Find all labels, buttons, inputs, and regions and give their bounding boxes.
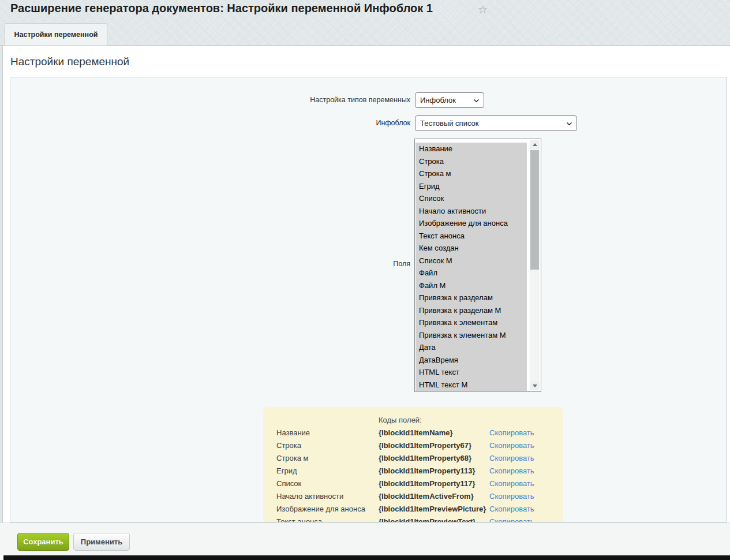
fields-listbox[interactable]: Название Строка Строка м Егрид Список На…: [414, 139, 541, 392]
list-item[interactable]: Егрид: [415, 180, 527, 193]
list-item[interactable]: Название: [415, 143, 527, 155]
fields-listbox-items: Название Строка Строка м Егрид Список На…: [415, 143, 527, 391]
page-title: Расширение генератора документов: Настро…: [10, 2, 433, 15]
header-band: Расширение генератора документов: Настро…: [0, 0, 730, 46]
list-item[interactable]: Привязка к элементам: [415, 316, 527, 329]
code-field-name: Список: [276, 477, 301, 490]
code-field-name: Текст анонса: [276, 516, 322, 522]
code-field-name: Название: [276, 427, 310, 439]
apply-button[interactable]: Применить: [73, 533, 130, 551]
listbox-scrollbar[interactable]: [530, 140, 540, 390]
list-item[interactable]: Начало активности: [415, 205, 527, 218]
scroll-down-icon[interactable]: [530, 382, 540, 390]
iblock-select-wrap: Тестовый список: [415, 115, 577, 131]
variable-type-select-wrap: Инфоблок: [415, 92, 484, 108]
copy-link[interactable]: Скопировать: [489, 452, 534, 465]
list-item[interactable]: Изображение для анонса: [415, 217, 527, 230]
section-heading: Настройки переменной: [10, 55, 129, 68]
code-value: {IblockId1ItemActiveFrom}: [379, 490, 474, 503]
code-field-name: Изображение для анонса: [276, 503, 365, 516]
code-row: Название {IblockId1ItemName} Скопировать: [263, 427, 563, 439]
code-row: Начало активности {IblockId1ItemActiveFr…: [263, 490, 563, 503]
fields-label: Поля: [10, 260, 410, 268]
codes-header-row: Коды полей:: [263, 414, 563, 427]
favorite-star-icon[interactable]: ☆: [478, 3, 488, 16]
variable-type-label: Настройка типов переменных: [10, 96, 410, 104]
iblock-select[interactable]: Тестовый список: [415, 115, 577, 131]
scrollbar-thumb[interactable]: [530, 150, 539, 270]
list-item[interactable]: HTML текст М: [415, 379, 527, 391]
iblock-label: Инфоблок: [10, 119, 410, 127]
list-item[interactable]: ДатаВремя: [415, 354, 527, 367]
code-field-name: Строка: [276, 439, 301, 452]
list-item[interactable]: Текст анонса: [415, 230, 527, 242]
field-codes-box: Коды полей: Название {IblockId1ItemName}…: [263, 407, 563, 522]
tab-label: Настройки переменной: [14, 31, 98, 39]
code-field-name: Начало активности: [276, 490, 343, 503]
tab-variable-settings[interactable]: Настройки переменной: [5, 23, 107, 46]
variable-type-select[interactable]: Инфоблок: [415, 92, 484, 108]
list-item[interactable]: Привязка к разделам М: [415, 304, 527, 317]
form-content-box: Настройка типов переменных Инфоблок Инфо…: [10, 77, 727, 522]
copy-link[interactable]: Скопировать: [489, 516, 534, 522]
code-row: Текст анонса {IblockId1ItemPreviewText} …: [263, 516, 563, 522]
code-value: {IblockId1ItemPreviewPicture}: [379, 503, 486, 516]
copy-link[interactable]: Скопировать: [489, 490, 534, 503]
copy-link[interactable]: Скопировать: [489, 439, 534, 452]
copy-link[interactable]: Скопировать: [489, 477, 534, 490]
footer-bar: Сохранить Применить: [0, 522, 730, 555]
left-edge-strip: [0, 46, 3, 522]
code-field-name: Егрид: [276, 465, 297, 477]
list-item[interactable]: HTML текст: [415, 366, 527, 379]
codes-header: Коды полей:: [379, 414, 422, 427]
copy-link[interactable]: Скопировать: [489, 503, 534, 516]
list-item[interactable]: Привязка к разделам: [415, 292, 527, 304]
code-field-name: Строка м: [276, 452, 309, 465]
code-value: {IblockId1ItemProperty67}: [379, 439, 471, 452]
list-item[interactable]: Привязка к элементам М: [415, 329, 527, 342]
save-button[interactable]: Сохранить: [17, 533, 69, 551]
list-item[interactable]: Кем создан: [415, 242, 527, 255]
copy-link[interactable]: Скопировать: [489, 465, 534, 477]
scroll-up-icon[interactable]: [530, 140, 540, 149]
code-value: {IblockId1ItemName}: [379, 427, 453, 439]
list-item[interactable]: Файл: [415, 267, 527, 279]
code-row: Изображение для анонса {IblockId1ItemPre…: [263, 503, 563, 516]
list-item[interactable]: Строка м: [415, 167, 527, 180]
code-row: Строка м {IblockId1ItemProperty68} Скопи…: [263, 452, 563, 465]
list-item[interactable]: Строка: [415, 155, 527, 168]
code-value: {IblockId1ItemPreviewText}: [379, 516, 476, 522]
list-item[interactable]: Список М: [415, 255, 527, 267]
code-value: {IblockId1ItemProperty117}: [379, 477, 476, 490]
code-row: Список {IblockId1ItemProperty117} Скопир…: [263, 477, 563, 490]
list-item[interactable]: Файл М: [415, 279, 527, 292]
page: Расширение генератора документов: Настро…: [0, 0, 730, 560]
bottom-black-bar: [3, 555, 730, 560]
code-value: {IblockId1ItemProperty68}: [379, 452, 471, 465]
list-item[interactable]: Список: [415, 192, 527, 205]
code-row: Егрид {IblockId1ItemProperty113} Скопиро…: [263, 465, 563, 477]
copy-link[interactable]: Скопировать: [489, 427, 534, 439]
code-value: {IblockId1ItemProperty113}: [379, 465, 476, 477]
code-row: Строка {IblockId1ItemProperty67} Скопиро…: [263, 439, 563, 452]
list-item[interactable]: Дата: [415, 341, 527, 354]
